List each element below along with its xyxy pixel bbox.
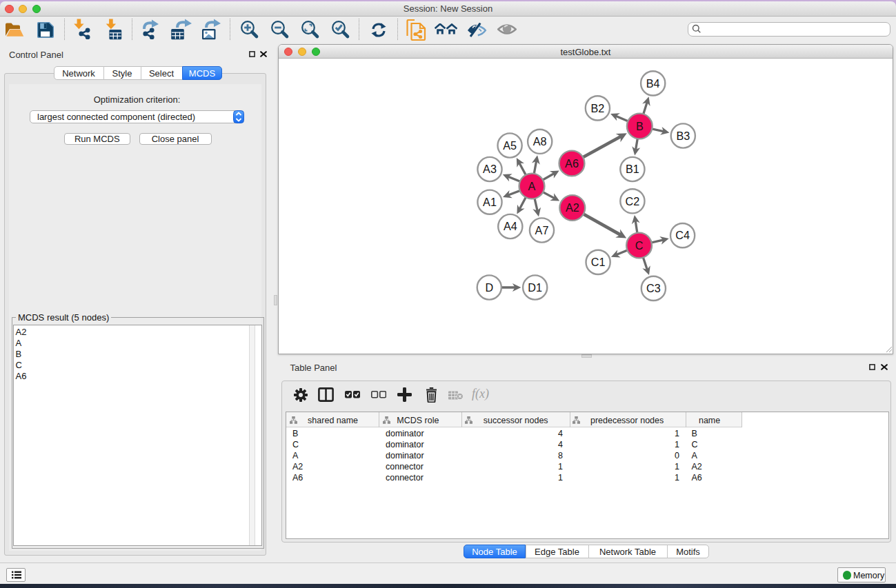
svg-text:D1: D1 bbox=[528, 281, 542, 294]
svg-text:C4: C4 bbox=[675, 229, 690, 241]
svg-text:C: C bbox=[635, 239, 644, 252]
svg-text:B4: B4 bbox=[646, 77, 660, 90]
svg-text:A: A bbox=[528, 180, 536, 192]
svg-text:C2: C2 bbox=[626, 195, 640, 207]
svg-text:C3: C3 bbox=[646, 282, 661, 294]
svg-text:A3: A3 bbox=[483, 163, 497, 175]
svg-text:A4: A4 bbox=[504, 220, 517, 232]
svg-text:C1: C1 bbox=[591, 256, 606, 268]
svg-text:A1: A1 bbox=[483, 196, 497, 208]
svg-text:B2: B2 bbox=[590, 102, 604, 114]
svg-text:A2: A2 bbox=[566, 201, 579, 214]
svg-text:B: B bbox=[636, 120, 644, 132]
svg-text:A8: A8 bbox=[533, 135, 547, 148]
svg-text:D: D bbox=[485, 281, 493, 294]
svg-text:B1: B1 bbox=[626, 163, 639, 175]
svg-text:A6: A6 bbox=[565, 157, 579, 170]
svg-text:A7: A7 bbox=[535, 224, 549, 236]
svg-text:B3: B3 bbox=[676, 130, 690, 142]
svg-text:A5: A5 bbox=[503, 139, 517, 152]
